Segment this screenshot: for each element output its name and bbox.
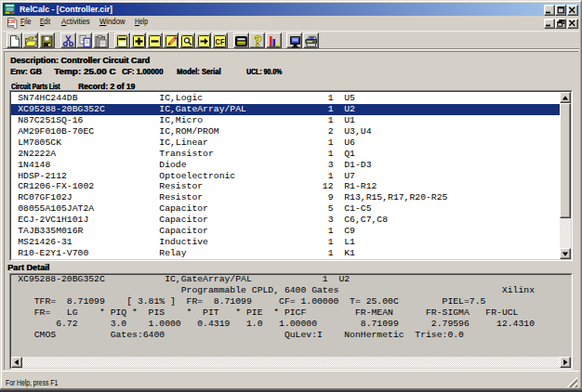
svg-text:CF: CF bbox=[216, 36, 225, 46]
svg-text:?: ? bbox=[254, 34, 261, 48]
svg-text:CIR: CIR bbox=[7, 20, 16, 24]
